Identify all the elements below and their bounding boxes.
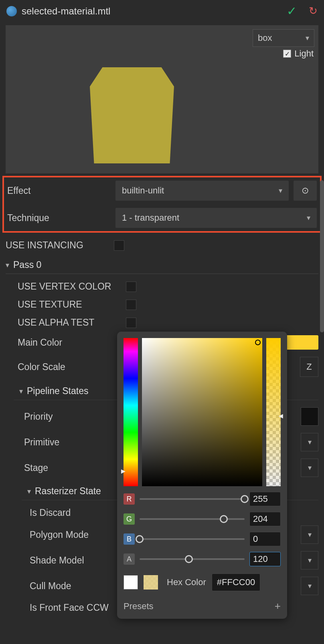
priority-label: Priority [24,411,132,422]
a-channel-label: A [124,553,135,565]
a-value-input[interactable]: 120 [249,552,281,566]
chevron-down-icon: ▾ [307,213,310,222]
chevron-down-icon: ▾ [19,387,23,396]
technique-dropdown[interactable]: 1 - transparent ▾ [115,208,317,228]
b-channel-label: B [124,533,135,545]
locate-effect-button[interactable]: ⊙ [294,181,317,201]
b-value-input[interactable]: 0 [249,532,281,546]
g-value-input[interactable]: 204 [249,512,281,526]
polygon-mode-dropdown[interactable]: ▾ [301,525,318,544]
use-instancing-label: USE INSTANCING [6,240,114,251]
light-toggle[interactable]: ✓ Light [283,48,314,59]
material-preview: box ▾ ✓ Light [6,25,318,173]
chevron-down-icon: ▾ [306,34,309,42]
hex-color-input[interactable]: #FFCC00 [212,574,260,591]
app-icon [6,6,17,16]
rasterizer-state-label: Rasterizer State [35,486,101,497]
use-vertex-color-checkbox[interactable] [126,282,136,292]
target-icon: ⊙ [302,185,309,196]
chevron-down-icon: ▾ [308,582,312,590]
r-value-input[interactable]: 255 [249,492,281,506]
chevron-down-icon: ▾ [308,438,312,447]
color-scale-label: Color Scale [18,362,126,372]
alpha-pointer-icon: ◀ [279,413,283,419]
slider-thumb-icon [185,555,193,563]
slider-thumb-icon [136,535,144,543]
checkbox-checked-icon: ✓ [283,50,291,58]
g-channel-label: G [124,513,135,525]
preview-shape-value: box [258,33,272,43]
stage-label: Stage [24,463,132,473]
cull-mode-dropdown[interactable]: ▾ [301,577,318,595]
chevron-down-icon: ▾ [308,556,312,565]
slider-thumb-icon [241,495,249,503]
pipeline-states-label: Pipeline States [27,386,88,396]
apply-check-icon[interactable]: ✓ [287,4,297,18]
technique-value: 1 - transparent [122,213,179,223]
white-swatch[interactable] [124,575,138,590]
add-preset-icon[interactable]: + [275,600,281,612]
file-name: selected-material.mtl [22,6,287,17]
r-slider[interactable] [140,498,245,500]
hue-slider[interactable]: ▶ [124,338,138,486]
b-slider[interactable] [140,538,245,540]
alpha-slider[interactable]: ◀ [266,338,281,486]
use-texture-label: USE TEXTURE [18,299,126,310]
primitive-dropdown[interactable]: ▾ [301,433,318,451]
color-scale-z-field[interactable]: Z [300,357,318,377]
refresh-icon[interactable]: ↻ [309,5,318,17]
effect-dropdown[interactable]: builtin-unlit ▾ [115,181,289,201]
chevron-down-icon: ▾ [279,186,282,195]
current-color-swatch[interactable] [144,575,158,590]
use-vertex-color-label: USE VERTEX COLOR [18,281,126,292]
vertical-scrollbar[interactable] [320,180,324,332]
preview-shape-dropdown[interactable]: box ▾ [253,29,314,47]
hex-color-label: Hex Color [167,577,206,588]
use-alpha-test-checkbox[interactable] [126,318,136,328]
preview-shape-box [90,67,174,163]
shade-model-dropdown[interactable]: ▾ [301,551,318,570]
technique-label: Technique [7,213,115,223]
sv-cursor-icon [255,340,261,345]
chevron-down-icon: ▾ [308,530,312,539]
color-picker-popup: ▶ ◀ R 255 G 204 B 0 A 120 Hex Color #FFC… [117,332,287,619]
stage-dropdown[interactable]: ▾ [301,459,318,477]
pass0-label: Pass 0 [13,260,41,270]
light-label: Light [294,48,314,59]
a-slider[interactable] [140,558,245,560]
chevron-down-icon: ▾ [308,463,312,472]
use-alpha-test-label: USE ALPHA TEST [18,317,126,328]
effect-value: builtin-unlit [122,185,164,196]
chevron-down-icon: ▾ [6,261,9,270]
effect-label: Effect [7,185,115,196]
main-color-label: Main Color [18,337,126,348]
priority-field[interactable] [301,407,318,426]
use-texture-checkbox[interactable] [126,300,136,310]
g-slider[interactable] [140,518,245,520]
hue-pointer-icon: ▶ [121,468,126,474]
pass0-header[interactable]: ▾ Pass 0 [6,256,318,274]
chevron-down-icon: ▾ [27,487,31,496]
titlebar: selected-material.mtl ✓ ↻ [0,0,324,22]
r-channel-label: R [124,493,135,505]
slider-thumb-icon [220,515,228,523]
primitive-label: Primitive [24,437,132,448]
presets-label: Presets [124,601,154,612]
saturation-value-picker[interactable] [142,338,262,486]
use-instancing-checkbox[interactable] [114,240,124,251]
highlighted-region: Effect builtin-unlit ▾ ⊙ Technique 1 - t… [2,176,322,233]
